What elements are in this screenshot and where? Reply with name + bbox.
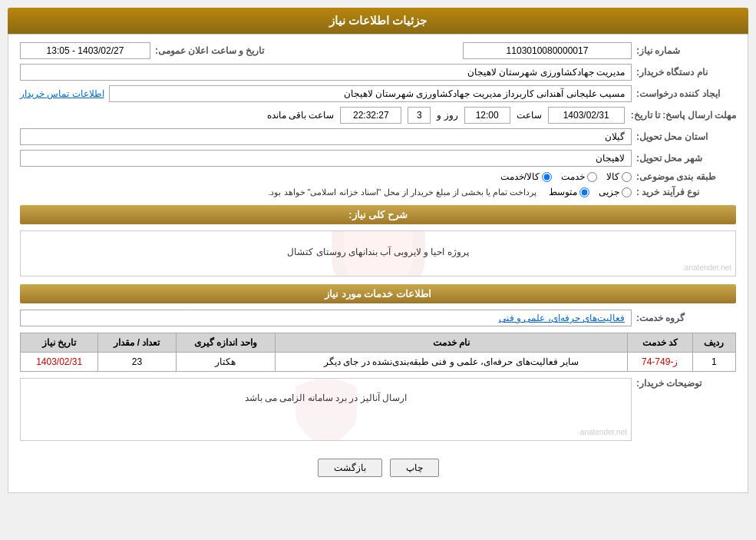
category-khadamat-label: خدمت [561,171,585,182]
buyer-org-label: نام دستگاه خریدار: [636,67,736,78]
announce-date-value: 1403/02/27 - 13:05 [20,42,150,59]
col-name: نام خدمت [276,333,628,353]
button-row: چاپ بازگشت [20,459,736,485]
deadline-remaining-value: 22:32:27 [340,107,401,124]
buyer-notes-row: توضیحات خریدار: ارسال آنالیز در برد ساما… [20,378,736,447]
buyer-notes-watermark-text: anatender.net [580,428,627,436]
service-group-row: گروه خدمت: فعالیت‌های حرفه‌ای، علمی و فن… [20,310,736,326]
city-row: شهر محل تحویل: لاهیجان [20,150,736,167]
requester-row: ایجاد کننده درخواست: مسیب علیجانی آهندان… [20,85,736,102]
category-row: طبقه بندی موضوعی: کالا خدمت کالا/خدمت [20,171,736,182]
cell-unit: هکتار [176,353,276,372]
category-kala-khadamat-radio[interactable] [542,172,552,182]
niaaz-number-label: شماره نیاز: [636,45,736,56]
category-kala-radio[interactable] [622,172,632,182]
buyer-notes-box: ارسال آنالیز در برد سامانه الزامی می باش… [20,378,632,441]
cell-count: 23 [98,353,176,372]
requester-value: مسیب علیجانی آهندانی کاربرداز مدیریت جها… [109,85,632,102]
cell-code-value: ز-749-74 [642,356,678,367]
print-button[interactable]: چاپ [390,459,439,477]
deadline-time-value: 12:00 [464,107,510,124]
category-kala-label: کالا [606,171,619,182]
col-code: کد خدمت [627,333,692,353]
announce-time-label: تاریخ و ساعت اعلان عمومی: [155,45,264,56]
niaaz-number-value: 1103010080000017 [463,42,632,59]
city-label: شهر محل تحویل: [636,153,736,164]
purchase-desc-text: پرداخت تمام یا بخشی از مبلغ خریدار از مح… [268,187,536,197]
purchase-jozii-radio[interactable] [622,187,632,197]
general-desc-text: پروژه احیا و لایروبی آب بندانهای روستای … [28,239,728,265]
deadline-date-value: 1403/02/31 [548,107,625,124]
col-date: تاریخ نیاز [21,333,98,353]
purchase-motavaset: متوسط [549,187,589,197]
niaaz-number-row: شماره نیاز: 1103010080000017 تاریخ و ساع… [20,42,736,59]
general-desc-box: پروژه احیا و لایروبی آب بندانهای روستای … [20,230,736,277]
time-label: ساعت [517,110,542,121]
service-group-label: گروه خدمت: [636,313,736,323]
category-label: طبقه بندی موضوعی: [636,171,736,182]
col-unit: واحد اندازه گیری [176,333,276,353]
purchase-type-label: نوع فرآیند خرید : [636,187,736,197]
purchase-jozii-label: جزیی [599,187,619,197]
buyer-notes-watermark-icon [280,378,372,441]
cell-date-value: 1403/02/31 [36,356,82,367]
category-kala: کالا [606,171,632,182]
main-container: شماره نیاز: 1103010080000017 تاریخ و ساع… [8,34,748,493]
buyer-org-row: نام دستگاه خریدار: مدیریت جهادکشاورزی شه… [20,64,736,81]
requester-label: ایجاد کننده درخواست: [636,88,736,99]
col-row: ردیف [692,333,736,353]
service-group-value: فعالیت‌های حرفه‌ای، علمی و فنی [20,310,632,326]
deadline-label: مهلت ارسال پاسخ: تا تاریخ: [631,110,736,121]
buyer-notes-label: توضیحات خریدار: [636,378,736,389]
page-wrapper: جزئیات اطلاعات نیاز شماره نیاز: 11030100… [0,0,756,540]
category-kala-khadamat-label: کالا/خدمت [500,171,540,182]
purchase-jozii: جزیی [599,187,632,197]
purchase-type-radio-group: جزیی متوسط [549,187,632,197]
cell-date: 1403/02/31 [21,353,98,372]
page-title: جزئیات اطلاعات نیاز [8,8,748,34]
service-group-link[interactable]: فعالیت‌های حرفه‌ای، علمی و فنی [499,313,625,323]
category-radio-group: کالا خدمت کالا/خدمت [500,171,632,182]
table-row: 1 ز-749-74 سایر فعالیت‌های حرفه‌ای، علمی… [21,353,736,372]
category-khadamat-radio[interactable] [587,172,597,182]
services-table: ردیف کد خدمت نام خدمت واحد اندازه گیری ت… [20,333,736,372]
province-value: گیلان [20,128,632,145]
category-khadamat: خدمت [561,171,597,182]
cell-name: سایر فعالیت‌های حرفه‌ای، علمی و فنی طبقه… [276,353,628,372]
general-desc-section-label: شرح کلی نیاز: [348,209,408,220]
back-button[interactable]: بازگشت [318,459,382,477]
purchase-type-row: نوع فرآیند خرید : جزیی متوسط پرداخت تمام… [20,187,736,197]
cell-code: ز-749-74 [627,353,692,372]
contact-info-link[interactable]: اطلاعات تماس خریدار [20,88,104,99]
purchase-motavaset-label: متوسط [549,187,577,197]
city-value: لاهیجان [20,150,632,167]
cell-row: 1 [692,353,736,372]
deadline-days-value: 3 [408,107,431,124]
services-section-header: اطلاعات خدمات مورد نیاز [20,284,736,303]
general-desc-section-header: شرح کلی نیاز: [20,205,736,224]
purchase-motavaset-radio[interactable] [579,187,589,197]
col-count: تعداد / مقدار [98,333,176,353]
category-kala-khadamat: کالا/خدمت [500,171,552,182]
province-row: استان محل تحویل: گیلان [20,128,736,145]
days-label: روز و [437,110,457,121]
deadline-row: مهلت ارسال پاسخ: تا تاریخ: 1403/02/31 سا… [20,107,736,124]
buyer-org-value: مدیریت جهادکشاورزی شهرستان لاهیجان [20,64,632,81]
remaining-label: ساعت باقی مانده [267,110,335,121]
province-label: استان محل تحویل: [636,131,736,142]
